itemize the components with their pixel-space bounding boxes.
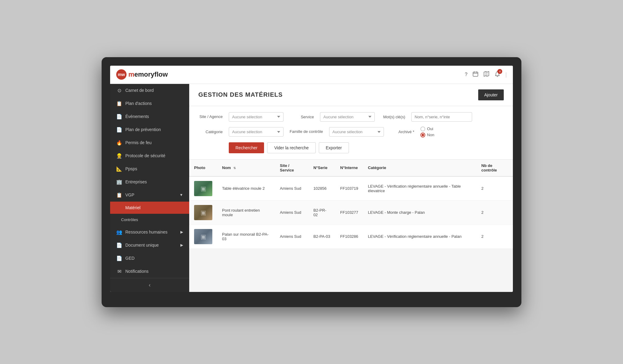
entreprises-icon: 🏢 — [116, 179, 122, 185]
archive-oui-radio[interactable] — [420, 127, 425, 131]
archive-radio-group: Oui Non — [420, 127, 434, 137]
sidebar-label: Plan de prévention — [125, 127, 161, 132]
add-button[interactable]: Ajouter — [478, 89, 504, 100]
sidebar-label: Ppsps — [125, 166, 137, 171]
rh-arrow: ▶ — [180, 230, 183, 234]
col-n-serie: N°Serie — [308, 160, 335, 176]
photo-content: ▣ — [194, 205, 212, 220]
export-button[interactable]: Exporter — [319, 142, 349, 153]
materials-table: Photo Nom ⇅ Site / Service — [189, 160, 513, 249]
cell-categorie: LEVAGE - Vérification règlementaire annu… — [363, 224, 477, 248]
sidebar-item-controles[interactable]: Contrôles — [110, 214, 189, 226]
famille-controle-select[interactable]: Aucune sélection — [329, 127, 384, 137]
archive-non-radio[interactable] — [420, 133, 425, 137]
radio-dot — [422, 134, 424, 136]
sidebar-item-permis-de-feu[interactable]: 🔥 Permis de feu — [110, 136, 189, 149]
content-header: GESTION DES MATÉRIELS Ajouter — [189, 84, 513, 106]
search-button[interactable]: Rechercher — [229, 142, 264, 153]
table-row[interactable]: ▣ Table élévatrice moule 2 Amiens Sud 10… — [189, 176, 513, 201]
sidebar-label: Plan d'actions — [125, 101, 152, 106]
plan-icon: 📋 — [116, 101, 122, 106]
content-area: GESTION DES MATÉRIELS Ajouter Site / Age… — [189, 84, 513, 292]
topbar: mw memoryflow ? — [110, 66, 513, 84]
service-select[interactable]: Aucune sélection — [320, 112, 375, 122]
ged-icon: 📄 — [116, 255, 122, 261]
photo-thumbnail: ▣ — [194, 181, 212, 196]
cell-nb-controle: 2 — [476, 176, 513, 201]
clear-button[interactable]: Vider la recherche — [267, 142, 315, 153]
doc-icon: 📄 — [116, 242, 122, 248]
collapse-icon: ‹ — [149, 282, 151, 288]
sidebar-item-protocole[interactable]: 👷 Protocole de sécurité — [110, 149, 189, 162]
help-icon[interactable]: ? — [465, 72, 468, 77]
sidebar-item-evenements[interactable]: 📄 Événements — [110, 110, 189, 123]
photo-content: ▣ — [194, 229, 212, 244]
sidebar-item-plan-dactions[interactable]: 📋 Plan d'actions — [110, 97, 189, 110]
categorie-select[interactable]: Aucune sélection — [229, 127, 284, 137]
cell-site-service: Amiens Sud — [275, 224, 308, 248]
site-agence-label: Site / Agence — [198, 114, 223, 120]
table-row[interactable]: ▣ Pont roulant entretien moule Amiens Su… — [189, 200, 513, 224]
archive-non-option[interactable]: Non — [420, 133, 434, 137]
sidebar-collapse-button[interactable]: ‹ — [110, 278, 189, 292]
sidebar-item-entreprises[interactable]: 🏢 Entreprises — [110, 175, 189, 189]
cell-n-interne: FF103277 — [335, 200, 363, 224]
sidebar-item-ged[interactable]: 📄 GED — [110, 252, 189, 265]
sidebar-label: Notifications — [125, 269, 148, 274]
table-section: Photo Nom ⇅ Site / Service — [189, 160, 513, 249]
sidebar-label: Contrôles — [121, 217, 138, 222]
calendar-icon[interactable] — [472, 71, 479, 78]
svg-point-7 — [497, 76, 498, 77]
col-site-service: Site / Service — [275, 160, 308, 176]
filter-actions: Rechercher Vider la recherche Exporter — [198, 142, 504, 153]
prevention-icon: 📄 — [116, 127, 122, 133]
cell-categorie: LEVAGE - Vérification règlementaire annu… — [363, 176, 477, 201]
cell-nom: Palan sur monorail B2-PA-03 — [217, 224, 275, 248]
mots-cles-input[interactable] — [411, 112, 472, 122]
sidebar-item-ppsps[interactable]: 📐 Ppsps — [110, 162, 189, 175]
cell-photo: ▣ — [189, 200, 217, 224]
archive-oui-option[interactable]: Oui — [420, 127, 434, 131]
col-nom[interactable]: Nom ⇅ — [217, 160, 275, 176]
sidebar-label: Permis de feu — [125, 140, 151, 145]
vgp-icon: 📋 — [116, 192, 122, 198]
sidebar-item-notifications[interactable]: ✉ Notifications — [110, 265, 189, 278]
cell-categorie: LEVAGE - Monte charge - Palan — [363, 200, 477, 224]
sidebar-item-materiel[interactable]: Matériel — [110, 202, 189, 214]
rh-icon: 👥 — [116, 229, 122, 235]
filter-section: Site / Agence Aucune sélection Service A… — [189, 106, 513, 160]
svg-marker-4 — [484, 71, 489, 76]
site-agence-select[interactable]: Aucune sélection — [229, 112, 284, 122]
cell-n-serie: B2-PA-03 — [308, 224, 335, 248]
archive-oui-label: Oui — [427, 127, 433, 131]
table-row[interactable]: ▣ Palan sur monorail B2-PA-03 Amiens Sud… — [189, 224, 513, 248]
cell-nb-controle: 2 — [476, 200, 513, 224]
sidebar-item-carnet-de-bord[interactable]: ⊙ Carnet de bord — [110, 84, 189, 97]
evenements-icon: 📄 — [116, 114, 122, 120]
archive-non-label: Non — [427, 133, 434, 137]
col-categorie: Catégorie — [363, 160, 477, 176]
cell-nom: Table élévatrice moule 2 — [217, 176, 275, 201]
photo-content: ▣ — [194, 181, 212, 196]
cell-n-interne: FF103719 — [335, 176, 363, 201]
cell-n-serie: 102856 — [308, 176, 335, 201]
photo-thumbnail: ▣ — [194, 229, 212, 244]
logo: mw memoryflow — [116, 69, 168, 80]
carnet-icon: ⊙ — [116, 88, 122, 93]
topbar-right: ? — [465, 71, 507, 78]
sidebar-item-document-unique[interactable]: 📄 Document unique ▶ — [110, 239, 189, 252]
sidebar-item-ressources-humaines[interactable]: 👥 Ressources humaines ▶ — [110, 226, 189, 239]
vgp-arrow: ▼ — [179, 193, 183, 197]
feu-icon: 🔥 — [116, 140, 122, 146]
sidebar: ⊙ Carnet de bord 📋 Plan d'actions 📄 Évén… — [110, 84, 189, 292]
sidebar-item-vgp[interactable]: 📋 VGP ▼ — [110, 189, 189, 202]
filter-row-2: Catégorie Aucune sélection Famille de co… — [198, 127, 504, 137]
mots-cles-label: Mot(s) clé(s) — [381, 115, 405, 119]
notification-icon[interactable]: 4 — [494, 71, 500, 78]
cell-site-service: Amiens Sud — [275, 200, 308, 224]
cell-site-service: Amiens Sud — [275, 176, 308, 201]
sidebar-item-plan-de-prevention[interactable]: 📄 Plan de prévention — [110, 123, 189, 136]
sidebar-label: Entreprises — [125, 179, 147, 184]
photo-thumbnail: ▣ — [194, 205, 212, 220]
map-icon[interactable] — [483, 71, 489, 78]
